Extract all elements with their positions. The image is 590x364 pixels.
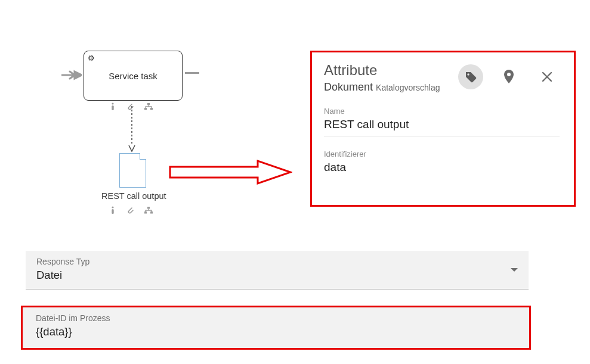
annotation-arrow-icon bbox=[168, 158, 292, 186]
response-type-select[interactable]: Response Typ Datei bbox=[26, 251, 529, 290]
close-icon[interactable] bbox=[535, 64, 560, 89]
service-task-label: Service task bbox=[109, 71, 157, 81]
svg-point-12 bbox=[507, 73, 511, 76]
identifier-field[interactable]: data bbox=[324, 158, 560, 179]
panel-doc-type: Dokument bbox=[324, 81, 373, 93]
service-task-node[interactable]: ⚙ Service task bbox=[84, 51, 183, 101]
incoming-arrow-icon bbox=[61, 70, 82, 80]
document-fold-icon bbox=[140, 153, 146, 160]
svg-point-6 bbox=[112, 206, 113, 208]
data-object-node[interactable] bbox=[119, 153, 146, 188]
file-id-label: Datei-ID im Prozess bbox=[36, 313, 516, 323]
info-icon[interactable] bbox=[110, 206, 116, 214]
dropdown-caret-icon bbox=[511, 268, 518, 272]
svg-rect-10 bbox=[150, 211, 153, 214]
panel-title: Attribute bbox=[324, 63, 458, 77]
svg-point-11 bbox=[467, 73, 469, 75]
file-id-value: {{data}} bbox=[36, 325, 516, 338]
data-association-icon bbox=[131, 106, 132, 147]
svg-point-0 bbox=[112, 102, 113, 104]
svg-rect-9 bbox=[144, 211, 147, 214]
response-type-value: Datei bbox=[36, 269, 518, 282]
tag-icon[interactable] bbox=[458, 64, 483, 89]
gear-icon: ⚙ bbox=[88, 54, 95, 63]
svg-rect-8 bbox=[147, 207, 150, 209]
info-icon[interactable] bbox=[110, 102, 116, 111]
hierarchy-icon[interactable] bbox=[144, 207, 153, 214]
outgoing-arrow-icon bbox=[185, 72, 203, 78]
svg-rect-4 bbox=[150, 108, 153, 110]
doc-mini-toolbar bbox=[110, 206, 153, 214]
svg-rect-2 bbox=[147, 103, 150, 105]
name-field-label: Name bbox=[324, 107, 560, 116]
attachment-icon[interactable] bbox=[126, 206, 134, 214]
data-object-label: REST call output bbox=[101, 191, 166, 201]
name-field[interactable]: REST call output bbox=[324, 116, 560, 136]
location-icon[interactable] bbox=[496, 64, 521, 89]
response-type-label: Response Typ bbox=[36, 257, 518, 266]
file-id-field[interactable]: Datei-ID im Prozess {{data}} bbox=[21, 306, 531, 350]
svg-rect-3 bbox=[144, 108, 147, 110]
hierarchy-icon[interactable] bbox=[144, 103, 153, 110]
svg-rect-1 bbox=[112, 105, 113, 110]
identifier-field-label: Identifizierer bbox=[324, 150, 560, 158]
panel-catalog-hint: Katalogvorschlag bbox=[376, 83, 440, 92]
attribute-panel: Attribute Dokument Katalogvorschlag Name… bbox=[310, 51, 576, 207]
svg-rect-7 bbox=[112, 209, 113, 214]
